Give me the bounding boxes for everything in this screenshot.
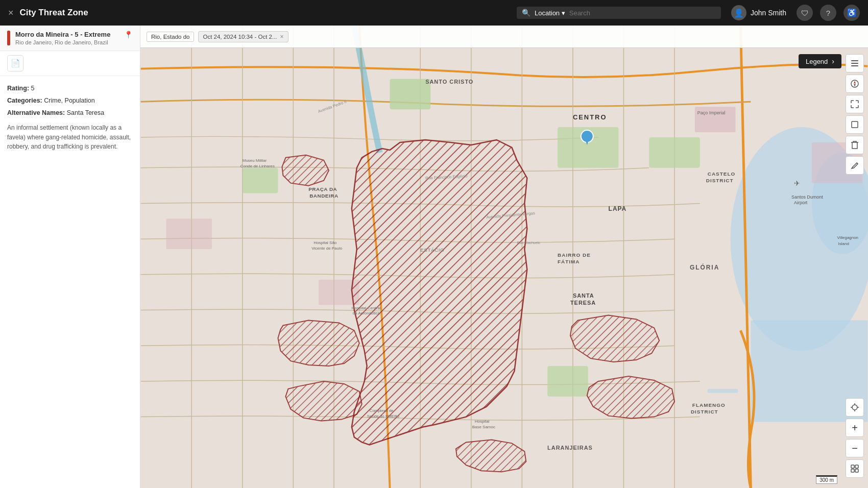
svg-text:CENTRO: CENTRO bbox=[573, 113, 607, 121]
svg-text:Hospital Central: Hospital Central bbox=[352, 306, 381, 310]
app-title: City Threat Zone bbox=[20, 8, 517, 18]
pin-icon[interactable]: 📍 bbox=[124, 31, 133, 39]
location-info: Morro da Mineira - 5 - Extreme Rio de Ja… bbox=[15, 31, 121, 45]
right-toolbar bbox=[846, 54, 864, 175]
svg-text:Paço Imperial: Paço Imperial bbox=[697, 110, 726, 115]
svg-text:PRAÇA DA: PRAÇA DA bbox=[308, 186, 337, 192]
svg-rect-62 bbox=[851, 63, 858, 64]
map-svg: SANTO CRISTO CENTRO LAPA BAIRRO DE FÁTIM… bbox=[140, 26, 868, 488]
svg-marker-17 bbox=[278, 320, 359, 366]
svg-rect-61 bbox=[851, 60, 858, 61]
main-area: Morro da Mineira - 5 - Extreme Rio de Ja… bbox=[0, 26, 868, 488]
help-button[interactable]: ? bbox=[820, 5, 836, 21]
user-name: John Smith bbox=[751, 9, 786, 17]
sidebar: Morro da Mineira - 5 - Extreme Rio de Ja… bbox=[0, 26, 140, 488]
svg-text:BANDEIRA: BANDEIRA bbox=[309, 193, 338, 199]
svg-text:Vicente de Paulo: Vicente de Paulo bbox=[311, 246, 343, 251]
svg-text:FLAMENGO: FLAMENGO bbox=[692, 402, 726, 408]
app-header: × City Threat Zone 🔍 Location ▾ 👤 John S… bbox=[0, 0, 868, 26]
svg-point-68 bbox=[852, 405, 857, 410]
description: An informal settlement (known locally as… bbox=[7, 123, 133, 152]
date-filter-text: Oct 24, 2024 10:34 - Oct 2... bbox=[203, 34, 277, 40]
compass-button[interactable] bbox=[846, 75, 864, 93]
svg-rect-73 bbox=[851, 465, 854, 468]
alt-names-row: Alternative Names: Santa Teresa bbox=[7, 108, 133, 118]
svg-text:ESTÁCIO: ESTÁCIO bbox=[420, 247, 444, 253]
map-container[interactable]: Rio, Estado do Oct 24, 2024 10:34 - Oct … bbox=[140, 26, 868, 488]
svg-marker-16 bbox=[282, 155, 329, 186]
svg-text:BAIRRO DE: BAIRRO DE bbox=[558, 252, 591, 258]
region-label: Rio, Estado do bbox=[147, 32, 194, 42]
svg-text:Santos Dumont: Santos Dumont bbox=[791, 194, 823, 200]
categories-label: Categories: bbox=[7, 97, 42, 104]
location-name: Morro da Mineira - 5 - Extreme bbox=[15, 31, 121, 38]
layers-button[interactable] bbox=[846, 54, 864, 72]
alt-names-text: Santa Teresa bbox=[67, 109, 104, 116]
edit-button[interactable] bbox=[846, 156, 864, 175]
date-filter-close[interactable]: × bbox=[280, 33, 284, 40]
location-target-button[interactable] bbox=[846, 398, 864, 417]
rating-row: Rating: 5 bbox=[7, 83, 133, 93]
sidebar-details: Rating: 5 Categories: Crime, Population … bbox=[0, 76, 140, 159]
svg-rect-4 bbox=[390, 79, 430, 110]
search-area: 🔍 Location ▾ bbox=[517, 7, 721, 19]
legend-panel[interactable]: Legend › bbox=[799, 54, 841, 68]
threat-indicator bbox=[7, 31, 10, 45]
location-item[interactable]: Morro da Mineira - 5 - Extreme Rio de Ja… bbox=[0, 26, 140, 51]
grid-button[interactable] bbox=[846, 459, 864, 478]
map-subheader: Rio, Estado do Oct 24, 2024 10:34 - Oct … bbox=[140, 26, 868, 48]
crop-button[interactable] bbox=[846, 115, 864, 134]
shield-button[interactable]: 🛡 bbox=[797, 5, 813, 21]
svg-text:GLÓRIA: GLÓRIA bbox=[690, 263, 719, 271]
location-dropdown[interactable]: Location ▾ bbox=[535, 9, 565, 17]
action-bar: 📄 bbox=[0, 51, 140, 76]
svg-marker-65 bbox=[854, 81, 856, 84]
rating-num: 5 bbox=[31, 85, 35, 92]
svg-rect-76 bbox=[855, 469, 858, 472]
categories-row: Categories: Crime, Population bbox=[7, 95, 133, 106]
svg-rect-74 bbox=[855, 465, 858, 468]
avatar: 👤 bbox=[731, 5, 746, 20]
document-button[interactable]: 📄 bbox=[7, 55, 23, 71]
svg-text:Complexo de: Complexo de bbox=[370, 408, 394, 413]
bottom-controls: + − bbox=[846, 398, 864, 478]
svg-rect-67 bbox=[852, 121, 858, 128]
date-filter-tag[interactable]: Oct 24, 2024 10:34 - Oct 2... × bbox=[198, 31, 288, 42]
svg-rect-8 bbox=[547, 366, 588, 397]
search-input[interactable] bbox=[569, 9, 682, 17]
svg-text:DISTRICT: DISTRICT bbox=[706, 178, 734, 183]
svg-text:LAPA: LAPA bbox=[609, 205, 627, 212]
svg-text:Rua Riachuelo: Rua Riachuelo bbox=[517, 241, 540, 245]
close-button[interactable]: × bbox=[8, 8, 14, 18]
svg-rect-11 bbox=[166, 218, 212, 249]
svg-text:✈: ✈ bbox=[794, 179, 800, 187]
zoom-in-button[interactable]: + bbox=[846, 419, 864, 437]
svg-marker-66 bbox=[854, 84, 856, 87]
svg-text:Saúde do BMERJ: Saúde do BMERJ bbox=[367, 414, 399, 419]
svg-rect-6 bbox=[649, 137, 700, 168]
svg-text:SANTO CRISTO: SANTO CRISTO bbox=[425, 79, 473, 85]
svg-rect-60 bbox=[708, 389, 738, 393]
svg-text:Hospital: Hospital bbox=[475, 419, 490, 424]
user-area: 👤 John Smith bbox=[731, 5, 786, 20]
accessibility-button[interactable]: ♿ bbox=[843, 5, 860, 21]
delete-button[interactable] bbox=[846, 136, 864, 154]
legend-arrow-icon: › bbox=[832, 57, 834, 65]
svg-text:CASTELO: CASTELO bbox=[708, 171, 735, 177]
alt-names-label: Alternative Names: bbox=[7, 109, 65, 116]
zoom-out-button[interactable]: − bbox=[846, 439, 864, 457]
svg-text:Base Samoc: Base Samoc bbox=[472, 425, 495, 429]
scale-bar: 300 m bbox=[816, 475, 837, 484]
svg-text:LARANJEIRAS: LARANJEIRAS bbox=[547, 445, 593, 451]
header-icons: 🛡 ? ♿ bbox=[797, 5, 860, 21]
svg-text:TERESA: TERESA bbox=[570, 300, 596, 306]
svg-rect-7 bbox=[243, 168, 278, 193]
svg-text:Conde de Linhares: Conde de Linhares bbox=[240, 164, 275, 168]
legend-label: Legend bbox=[806, 58, 828, 65]
svg-text:Island: Island bbox=[838, 241, 849, 246]
fullscreen-button[interactable] bbox=[846, 95, 864, 113]
svg-text:FÁTIMA: FÁTIMA bbox=[558, 259, 580, 264]
svg-text:Hospital São: Hospital São bbox=[314, 240, 337, 245]
rating-label: Rating: bbox=[7, 85, 29, 92]
svg-text:DISTRICT: DISTRICT bbox=[691, 409, 718, 414]
